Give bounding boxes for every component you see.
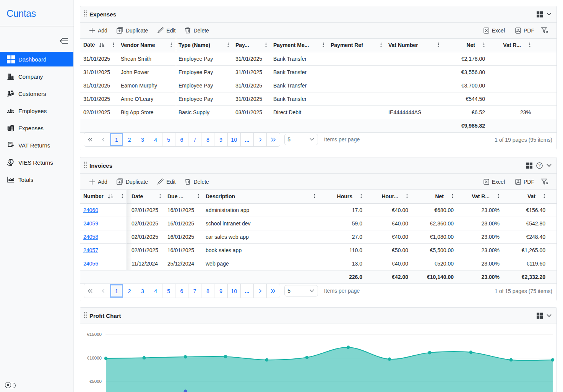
svg-text:€: € <box>10 160 11 164</box>
svg-text:?: ? <box>539 163 541 168</box>
svg-text:VAT: VAT <box>9 143 13 145</box>
